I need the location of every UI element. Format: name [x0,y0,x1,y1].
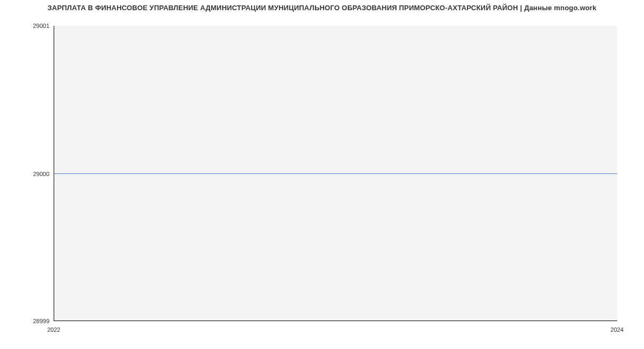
chart-title: ЗАРПЛАТА В ФИНАНСОВОЕ УПРАВЛЕНИЕ АДМИНИС… [0,4,644,12]
plot-area [54,26,617,321]
y-tick-label: 28999 [17,318,49,324]
y-tick-label: 29001 [17,23,49,29]
data-line [54,173,617,174]
chart-container: ЗАРПЛАТА В ФИНАНСОВОЕ УПРАВЛЕНИЕ АДМИНИС… [0,0,644,349]
x-tick-label: 2022 [47,326,60,333]
x-tick-label: 2024 [611,326,624,333]
y-tick-label: 29000 [17,171,49,177]
